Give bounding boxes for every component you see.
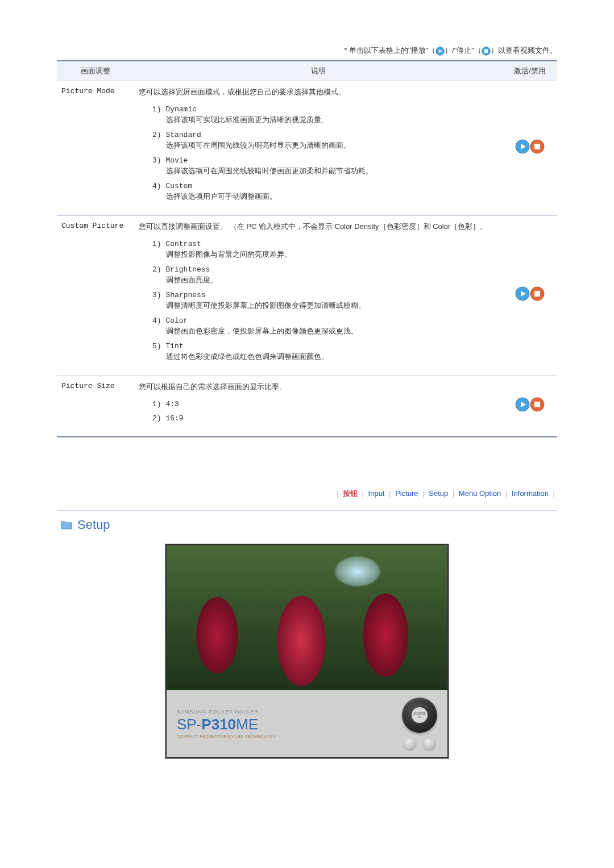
brand-text: SAMSUNG POCKET IMAGER (177, 709, 276, 715)
row-name: Picture Size (57, 376, 134, 437)
folder-icon (60, 520, 73, 530)
nav-item-picture[interactable]: Picture (395, 489, 418, 498)
opt-desc: 选择该选项可在周围光线较暗时使画面更加柔和并能节省功耗。 (166, 166, 498, 176)
row-action (503, 216, 557, 376)
section-title: Setup (60, 518, 557, 532)
table-row: Picture Size 您可以根据自己的需求选择画面的显示比率。 1) 4:3… (57, 376, 557, 437)
opt-desc: 调整投影图像与背景之间的亮度差异。 (166, 249, 498, 260)
settings-table: 画面调整 说明 激活/禁用 Picture Mode 您可以选择宽屏画面模式，或… (57, 60, 557, 437)
nav-item-menu-option[interactable]: Menu Option (459, 489, 501, 498)
play-icon[interactable] (515, 397, 530, 414)
header-col2: 说明 (134, 61, 503, 81)
row-action (503, 376, 557, 437)
projector-preview: SAMSUNG POCKET IMAGER SP-P310ME COMPACT … (165, 544, 449, 759)
nav-item-information[interactable]: Information (512, 489, 549, 498)
opt-title: 4) Color (152, 316, 498, 325)
source-button[interactable]: SOURCE ▭ (412, 707, 428, 723)
divider (57, 510, 557, 511)
note-prefix: * 单击以下表格上的"播放"（ (344, 46, 435, 55)
nav-item-button[interactable]: 按钮 (343, 489, 358, 498)
row-action (503, 81, 557, 216)
svg-rect-3 (484, 49, 488, 52)
row-intro: 您可以直接调整画面设置。 （在 PC 输入模式中，不会显示 Color Dens… (139, 222, 498, 232)
note-suffix: ）以查看视频文件。 (491, 46, 557, 55)
stop-icon[interactable] (530, 397, 545, 414)
row-desc: 您可以选择宽屏画面模式，或根据您自己的要求选择其他模式。 1) Dynamic选… (134, 81, 503, 216)
table-row: Picture Mode 您可以选择宽屏画面模式，或根据您自己的要求选择其他模式… (57, 81, 557, 216)
row-intro: 您可以根据自己的需求选择画面的显示比率。 (139, 382, 498, 392)
play-icon (435, 47, 445, 56)
nav-item-setup[interactable]: Setup (429, 489, 448, 498)
opt-title: 3) Movie (152, 156, 498, 165)
nav-item-input[interactable]: Input (368, 489, 385, 498)
opt-title: 1) Dynamic (152, 105, 498, 114)
stop-icon[interactable] (530, 286, 545, 303)
note-mid: ）/"停止"（ (445, 46, 482, 55)
opt-title: 5) Tint (152, 342, 498, 350)
row-desc: 您可以直接调整画面设置。 （在 PC 输入模式中，不会显示 Color Dens… (134, 216, 503, 376)
opt-title: 1) Contrast (152, 240, 498, 248)
opt-title: 3) Sharpness (152, 291, 498, 299)
opt-desc: 选择该项可在周围光线较为明亮时显示更为清晰的画面。 (166, 140, 498, 151)
device-panel: SAMSUNG POCKET IMAGER SP-P310ME COMPACT … (167, 690, 447, 757)
table-row: Custom Picture 您可以直接调整画面设置。 （在 PC 输入模式中，… (57, 216, 557, 376)
dpad-control[interactable]: SOURCE ▭ (402, 698, 437, 733)
opt-title: 2) 16:9 (152, 414, 498, 423)
opt-desc: 选择该选项用户可手动调整画面。 (166, 191, 498, 202)
opt-title: 2) Standard (152, 131, 498, 139)
play-icon[interactable] (515, 139, 530, 156)
opt-desc: 通过将色彩变成绿色或红色色调来调整画面颜色。 (166, 352, 498, 362)
opt-desc: 调整画面色彩密度，使投影屏幕上的图像颜色更深或更浅。 (166, 326, 498, 336)
opt-desc: 选择该项可实现比标准画面更为清晰的视觉质量。 (166, 115, 498, 125)
play-icon[interactable] (515, 286, 530, 303)
model-text: SP-P310ME (177, 716, 276, 733)
row-desc: 您可以根据自己的需求选择画面的显示比率。 1) 4:3 2) 16:9 (134, 376, 503, 437)
tagline-text: COMPACT PROJECTOR BY LED TECHNOLOGY (177, 735, 276, 738)
opt-title: 2) Brightness (152, 265, 498, 274)
opt-title: 1) 4:3 (152, 400, 498, 408)
header-col3: 激活/禁用 (503, 61, 557, 81)
opt-title: 4) Custom (152, 182, 498, 190)
stop-icon (482, 47, 491, 56)
header-col1: 画面调整 (57, 61, 134, 81)
power-button[interactable] (404, 737, 416, 750)
row-intro: 您可以选择宽屏画面模式，或根据您自己的要求选择其他模式。 (139, 87, 498, 97)
opt-desc: 调整画面亮度。 (166, 275, 498, 285)
svg-rect-11 (534, 291, 540, 297)
menu-button[interactable] (423, 737, 435, 750)
section-title-text: Setup (77, 518, 110, 532)
nav-links: | 按钮 | Input | Picture | Setup | Menu Op… (57, 489, 557, 499)
row-name: Custom Picture (57, 216, 134, 376)
svg-rect-7 (534, 144, 540, 149)
preview-image (167, 545, 447, 690)
row-name: Picture Mode (57, 81, 134, 216)
opt-desc: 调整清晰度可使投影屏幕上的投影图像变得更加清晰或模糊。 (166, 301, 498, 311)
stop-icon[interactable] (530, 139, 545, 156)
svg-rect-15 (534, 402, 540, 407)
video-note: * 单击以下表格上的"播放"（）/"停止"（）以查看视频文件。 (57, 45, 557, 56)
